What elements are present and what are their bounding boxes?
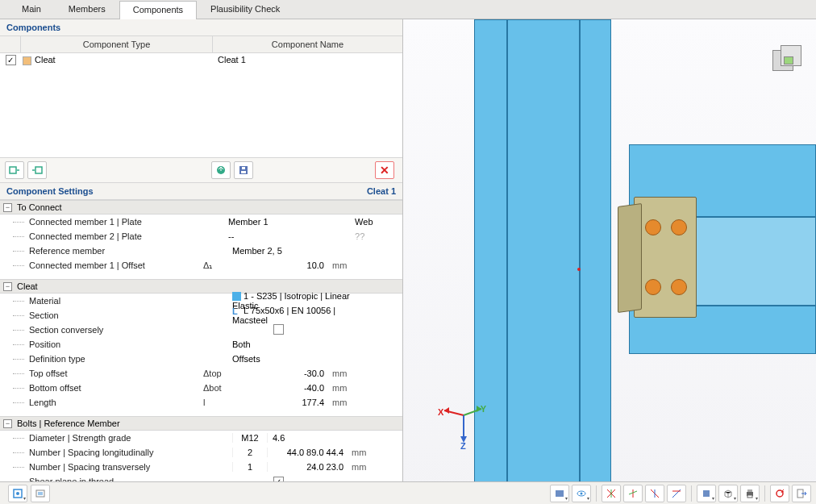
- import-button[interactable]: [211, 161, 231, 179]
- components-table: Component Type Component Name ✓ Cleat Cl…: [0, 36, 402, 157]
- axis-neg-x-button[interactable]: [645, 485, 664, 502]
- svg-rect-1: [35, 167, 42, 173]
- tab-plausibility[interactable]: Plausibility Check: [197, 0, 294, 19]
- axis-triad: XYZ: [439, 399, 488, 448]
- col-component-type[interactable]: Component Type: [21, 36, 213, 52]
- checkbox[interactable]: [273, 324, 284, 335]
- property-row[interactable]: Connected member 1 | PlateMember 1Web: [0, 215, 402, 229]
- svg-point-17: [581, 492, 583, 494]
- col-component-name[interactable]: Component Name: [213, 36, 402, 52]
- status-bar: ▾ ▾ ▾ ▾ ▾ ▾: [0, 481, 816, 504]
- visibility-button[interactable]: ▾: [572, 485, 591, 502]
- view-mode-button[interactable]: ▾: [8, 485, 27, 502]
- svg-rect-5: [242, 167, 245, 169]
- svg-rect-4: [241, 171, 246, 173]
- svg-rect-14: [36, 490, 44, 497]
- tab-bar: Main Members Components Plausibility Che…: [0, 0, 816, 19]
- tab-members[interactable]: Members: [55, 0, 119, 19]
- property-row[interactable]: PositionBoth: [0, 337, 402, 352]
- collapse-icon[interactable]: −: [3, 203, 12, 212]
- property-row[interactable]: SectionLL 75x50x6 | EN 10056 | Macsteel: [0, 308, 402, 323]
- axis-x-button[interactable]: [602, 485, 621, 502]
- reset-button[interactable]: [770, 485, 789, 502]
- property-row[interactable]: Bottom offsetΔbot-40.0mm: [0, 381, 402, 395]
- components-toolbar: ✕: [0, 157, 402, 183]
- table-row[interactable]: ✓ Cleat Cleat 1: [0, 53, 402, 67]
- print-button[interactable]: ▾: [740, 485, 760, 502]
- tab-main[interactable]: Main: [8, 0, 55, 19]
- shade-button[interactable]: ▾: [697, 485, 716, 502]
- info-button[interactable]: [31, 485, 50, 502]
- expand-all-button[interactable]: [5, 161, 24, 179]
- property-row[interactable]: Number | Spacing transversely124.0 23.0m…: [0, 460, 402, 474]
- property-row[interactable]: Definition typeOffsets: [0, 352, 402, 366]
- exit-button[interactable]: [792, 485, 811, 502]
- group-header[interactable]: −Bolts | Reference Member: [0, 416, 402, 431]
- view-cube[interactable]: [768, 42, 806, 81]
- property-row[interactable]: Top offsetΔtop-30.0mm: [0, 366, 402, 381]
- property-row[interactable]: Lengthl177.4mm: [0, 395, 402, 410]
- property-row[interactable]: Connected member 2 | Plate--??: [0, 229, 402, 244]
- svg-rect-21: [747, 495, 752, 498]
- svg-rect-18: [703, 490, 710, 497]
- group-header[interactable]: −To Connect: [0, 200, 402, 215]
- svg-rect-0: [10, 167, 16, 173]
- axis-z-button[interactable]: [667, 485, 686, 502]
- collapse-icon[interactable]: −: [3, 419, 12, 428]
- settings-grid[interactable]: −To ConnectConnected member 1 | PlateMem…: [0, 200, 402, 504]
- box-button[interactable]: ▾: [718, 485, 738, 502]
- row-checkbox[interactable]: ✓: [6, 55, 16, 65]
- cleat-swatch: [23, 56, 31, 65]
- svg-rect-20: [747, 489, 752, 492]
- property-row[interactable]: Number | Spacing longitudinally244.0 89.…: [0, 445, 402, 460]
- tab-components[interactable]: Components: [119, 1, 197, 19]
- axis-y-button[interactable]: [623, 485, 643, 502]
- property-row[interactable]: Connected member 1 | OffsetΔ₁10.0mm: [0, 258, 402, 273]
- components-header: Components: [0, 19, 402, 36]
- svg-point-13: [16, 492, 19, 495]
- property-row[interactable]: Reference memberMember 2, 5: [0, 244, 402, 258]
- property-row[interactable]: Diameter | Strength gradeM124.6: [0, 431, 402, 445]
- svg-rect-15: [556, 490, 564, 497]
- left-pane: Components Component Type Component Name…: [0, 19, 403, 504]
- display-button[interactable]: ▾: [550, 485, 569, 502]
- origin-marker: [577, 268, 581, 271]
- save-button[interactable]: [234, 161, 253, 179]
- settings-header: Component Settings Cleat 1: [0, 183, 402, 200]
- svg-marker-9: [444, 407, 449, 414]
- delete-button[interactable]: ✕: [375, 161, 394, 179]
- collapse-all-button[interactable]: [27, 161, 47, 179]
- collapse-icon[interactable]: −: [3, 282, 12, 291]
- viewport-3d[interactable]: XYZ: [403, 19, 816, 504]
